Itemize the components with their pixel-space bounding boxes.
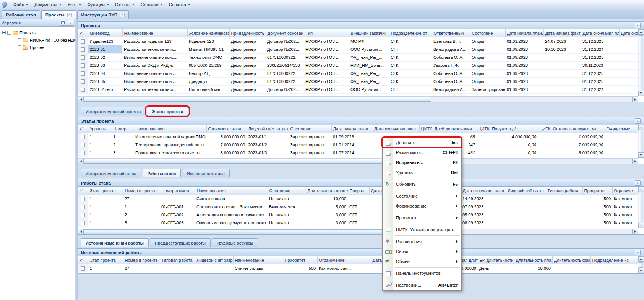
table-cell[interactable]: Демопример — [229, 85, 266, 93]
table-cell[interactable]: 1 — [88, 211, 123, 219]
menu-item-add[interactable]: Добавить...Ins — [383, 138, 461, 148]
table-cell[interactable]: Зарегистрирован — [289, 133, 331, 141]
column-header[interactable]: Дата начала факт — [543, 29, 581, 37]
table-cell[interactable]: Разработка изделия 123 — [122, 37, 187, 45]
table-row[interactable]: Изделие123Разработка изделия 123Изделие-… — [78, 37, 638, 45]
table-cell[interactable] — [619, 45, 638, 53]
column-header[interactable]: Дата окончания план — [373, 125, 419, 133]
table-cell[interactable]: Дредноут — [187, 77, 229, 85]
table-cell[interactable]: Технология-ЭМС — [187, 53, 229, 61]
column-header[interactable]: Подразделение-ис — [590, 256, 638, 264]
scroll-up-button[interactable] — [638, 125, 644, 130]
table-cell[interactable]: Уварова Г. Ф. — [432, 61, 470, 69]
menu-item-settings[interactable]: Настройки...Alt+Enter — [383, 280, 461, 290]
table-cell[interactable]: 905-U020-23/269 — [187, 61, 229, 69]
table-cell[interactable]: 230823/0514/136 — [266, 61, 304, 69]
table-cell[interactable]: 017310000922... — [266, 53, 304, 61]
menu-item-exchange[interactable]: Обмен — [383, 256, 461, 266]
tree-item[interactable]: Прочее — [1, 44, 74, 51]
table-row[interactable]: 127Синтез сплава500Как можно ран...10,00… — [78, 264, 638, 272]
scroll-down-button[interactable] — [638, 268, 644, 273]
table-cell[interactable]: 1 — [123, 203, 160, 211]
table-cell[interactable]: 01.09.2023 — [505, 77, 543, 85]
table-cell[interactable]: Демопример — [229, 45, 266, 53]
menu-item-toolbar-panel[interactable]: Панель инструментов — [383, 268, 461, 278]
scrollbar-thumb[interactable] — [639, 262, 643, 268]
table-cell[interactable]: 1 — [112, 133, 134, 141]
column-header[interactable]: Номер — [112, 125, 134, 133]
table-cell[interactable]: Как можн — [612, 211, 638, 219]
table-cell[interactable]: Разработка технологии и... — [122, 85, 187, 93]
table-row[interactable]: 2023-01тестРазработка технологии и...Пос… — [78, 85, 638, 93]
table-cell[interactable]: 1 — [88, 264, 123, 272]
column-header[interactable]: Подразделение-от — [389, 29, 432, 37]
scroll-right-button[interactable] — [632, 159, 638, 164]
scroll-right-button[interactable] — [632, 229, 638, 234]
table-cell[interactable]: 10,000 — [514, 264, 552, 272]
column-header[interactable]: Приоритет — [283, 256, 317, 264]
table-cell[interactable]: 01.09.2023 — [505, 61, 543, 69]
close-icon[interactable]: ✕ — [120, 13, 125, 17]
scroll-up-button[interactable] — [638, 187, 644, 192]
table-cell[interactable]: Разработка ЭКД и РКД н... — [122, 61, 187, 69]
table-cell[interactable]: СГТ — [389, 45, 432, 53]
column-header[interactable]: Длительность план — [306, 187, 348, 195]
table-cell[interactable]: 500 — [283, 264, 317, 272]
table-cell[interactable]: 2 — [112, 141, 134, 149]
table-cell[interactable]: Открыт — [470, 69, 505, 77]
table-row[interactable]: 11Изготовление опытной партии ПМО...5 00… — [78, 133, 638, 141]
panel-menu-button[interactable]: » — [635, 23, 641, 28]
table-cell[interactable] — [506, 203, 546, 211]
table-cell[interactable] — [619, 61, 638, 69]
table-cell[interactable]: 3 000 000,00 — [538, 149, 605, 157]
table-cell[interactable] — [195, 264, 233, 272]
table-row[interactable]: 2023-03Разработка ЭКД и РКД н...905-U020… — [78, 61, 638, 69]
table-cell[interactable]: Как можн — [612, 203, 638, 211]
panel-menu-button[interactable]: » — [635, 118, 641, 124]
column-header[interactable]: Наименование — [233, 256, 283, 264]
table-row[interactable]: 13Подготовка технического отчета с...3 0… — [78, 149, 638, 157]
table-cell[interactable]: 2023-01/1 — [247, 133, 289, 141]
scroll-left-button[interactable] — [78, 229, 84, 234]
column-header[interactable]: Дата начала план — [331, 125, 373, 133]
row-checkbox[interactable] — [81, 151, 85, 155]
table-cell[interactable]: 1 — [88, 203, 123, 211]
table-cell[interactable]: Выполнение опытно-конс... — [122, 53, 187, 61]
table-row[interactable]: 2023-04Выполнение опытно-конс...Вектор-А… — [78, 69, 638, 77]
table-cell[interactable]: 1 — [88, 219, 123, 227]
column-header[interactable]: Типовая работа — [160, 256, 195, 264]
table-cell[interactable] — [546, 211, 582, 219]
table-cell[interactable]: 2023-01/2 — [247, 141, 289, 149]
table-cell[interactable]: СГК — [389, 61, 432, 69]
table-cell[interactable] — [619, 85, 638, 93]
table-cell[interactable]: 2023-05 — [88, 77, 122, 85]
table-cell[interactable] — [552, 264, 590, 272]
table-cell[interactable]: Изготовление опытной партии ПМО... — [134, 133, 206, 141]
column-header[interactable]: ЦИТК. Получено д/с — [477, 125, 538, 133]
table-cell[interactable] — [605, 149, 638, 157]
table-row[interactable]: 2023-05Выполнение опытно-конс...Дредноут… — [78, 77, 638, 85]
table-cell[interactable]: 500 — [582, 195, 612, 203]
table-cell[interactable]: 01.07.2024 — [331, 149, 373, 157]
table-cell[interactable]: Договор №202... — [266, 37, 304, 45]
tree-checkbox[interactable] — [18, 45, 21, 49]
table-row[interactable]: 2023-02Выполнение опытно-конс...Технолог… — [78, 53, 638, 61]
column-header[interactable]: Состояние — [470, 29, 505, 37]
table-cell[interactable] — [619, 53, 638, 61]
table-cell[interactable]: Демопример — [229, 69, 266, 77]
table-cell[interactable]: Виноградова А... — [432, 85, 470, 93]
table-cell[interactable] — [546, 219, 582, 227]
table-cell[interactable]: Синтез сплава — [233, 264, 283, 272]
table-cell[interactable]: 01-СГТ-002 — [160, 211, 195, 219]
table-cell[interactable]: 7 000 000,00 — [206, 141, 247, 149]
table-cell[interactable]: СГК — [389, 53, 432, 61]
tree-checkbox[interactable] — [7, 31, 11, 35]
table-cell[interactable]: Открыт — [470, 37, 505, 45]
table-cell[interactable]: 3,000 — [306, 211, 348, 219]
table-cell[interactable] — [619, 77, 638, 85]
column-header[interactable]: Длительность пла — [514, 256, 552, 264]
row-checkbox[interactable] — [81, 71, 85, 76]
table-cell[interactable]: 01-СГТ-005 — [160, 219, 195, 227]
table-cell[interactable]: Изделие123 — [88, 37, 122, 45]
table-cell[interactable]: 1 — [88, 195, 123, 203]
